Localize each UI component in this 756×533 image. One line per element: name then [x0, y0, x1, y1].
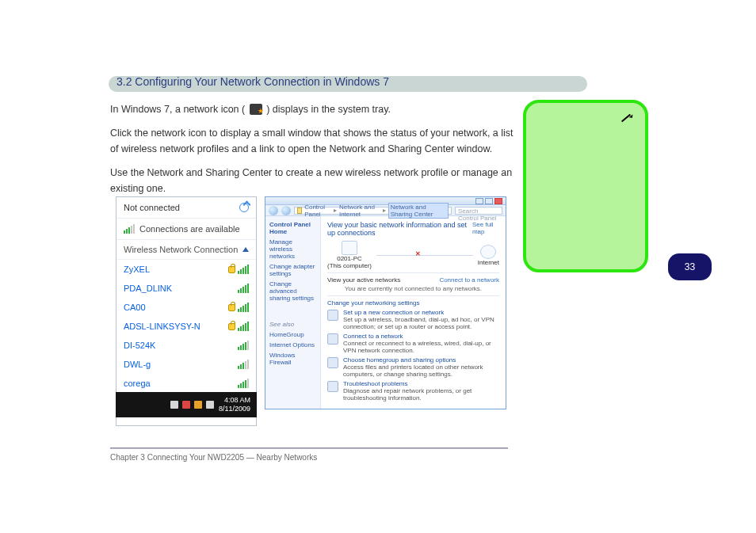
close-button[interactable]: [494, 198, 502, 204]
crumb-2[interactable]: Network and Internet: [339, 204, 380, 218]
chevron-up-icon[interactable]: [242, 247, 249, 252]
signal-group: [228, 265, 249, 274]
signal-bars-icon: [238, 322, 249, 331]
available-label: Connections are available: [139, 224, 240, 234]
signal-group: [228, 303, 249, 312]
network-row[interactable]: DWL-g: [116, 355, 256, 374]
signal-icon: [124, 224, 135, 234]
sidebar-link-1[interactable]: Change adapter settings: [269, 263, 316, 277]
see-full-map-link[interactable]: See full map: [472, 221, 499, 235]
network-name: PDA_DLINK: [124, 284, 172, 293]
settings-item-title: Choose homegroup and sharing options: [343, 356, 499, 364]
signal-bars-icon: [238, 265, 249, 274]
nav-back-button[interactable]: [269, 206, 278, 215]
signal-group: [228, 322, 249, 331]
network-icon: [250, 104, 262, 115]
system-tray: 4:08 AM 8/11/2009: [116, 392, 257, 417]
intro-text: In Windows 7, a network icon ( ) display…: [110, 101, 516, 204]
sidebar-link-2[interactable]: Change advanced sharing settings: [269, 280, 316, 302]
internet-label: Internet: [478, 259, 499, 266]
network-name: DI-524K: [124, 341, 155, 350]
tray-flag-icon[interactable]: [170, 401, 178, 409]
note-callout: [523, 100, 648, 272]
main-pane: View your basic network information and …: [321, 216, 506, 409]
internet-icon: [480, 245, 496, 259]
settings-item-icon: [327, 310, 338, 321]
pc-icon: [342, 241, 357, 255]
network-map: 0201-PC(This computer) ✕ Internet: [327, 241, 499, 269]
intro-p2: Click the network icon to display a smal…: [110, 125, 516, 157]
network-name: DWL-g: [124, 360, 151, 369]
network-row[interactable]: DI-524K: [116, 336, 256, 355]
settings-item-sub: Set up a wireless, broadband, dial-up, a…: [343, 316, 499, 330]
settings-item-icon: [327, 357, 338, 368]
network-list: ZyXELPDA_DLINKCA00ADSL-LINKSYSY-NDI-524K…: [116, 260, 256, 393]
intro-p1b: ) displays in the system tray.: [264, 104, 391, 115]
network-row[interactable]: CA00: [116, 298, 256, 317]
nav-forward-button[interactable]: [281, 206, 291, 215]
settings-item-icon: [327, 333, 338, 345]
window-titlebar: [265, 197, 506, 205]
x-icon: ✕: [415, 250, 421, 257]
network-row[interactable]: PDA_DLINK: [116, 279, 256, 298]
active-networks-title: View your active networks: [327, 276, 400, 284]
connect-link[interactable]: Connect to a network: [439, 276, 499, 284]
settings-item-title: Set up a new connection or network: [343, 309, 499, 316]
intro-p1a: In Windows 7, a network icon (: [110, 104, 248, 115]
signal-group: [238, 341, 249, 350]
refresh-icon[interactable]: [239, 203, 249, 212]
network-name: corega: [124, 379, 151, 388]
settings-item[interactable]: Connect to a networkConnect or reconnect…: [327, 333, 499, 354]
sidebar-more-2[interactable]: Windows Firewall: [269, 352, 316, 366]
see-also: See also: [269, 321, 316, 328]
sidebar-home[interactable]: Control Panel Home: [269, 221, 316, 235]
search-input[interactable]: Search Control Panel: [455, 207, 502, 215]
network-row[interactable]: ZyXEL: [116, 260, 256, 279]
status-not-connected: Not connected: [124, 203, 180, 212]
tray-network-icon[interactable]: [194, 401, 202, 409]
network-row[interactable]: corega: [116, 374, 256, 393]
pen-icon: [620, 109, 637, 127]
signal-group: [238, 284, 249, 293]
settings-item-title: Troubleshoot problems: [343, 380, 499, 387]
sidebar-more-0[interactable]: HomeGroup: [269, 331, 316, 338]
active-state: You are currently not connected to any n…: [327, 285, 499, 292]
settings-item[interactable]: Choose homegroup and sharing optionsAcce…: [327, 356, 499, 378]
lock-icon: [228, 266, 235, 273]
signal-group: [238, 360, 249, 369]
crumb-1[interactable]: Control Panel: [304, 204, 331, 218]
network-row[interactable]: ADSL-LINKSYSY-N: [116, 317, 256, 336]
change-settings-title: Change your networking settings: [327, 299, 499, 306]
address-bar: Control Panel▸ Network and Internet▸ Net…: [265, 205, 506, 216]
minimize-button[interactable]: [475, 198, 483, 204]
signal-bars-icon: [238, 379, 249, 388]
connections-available: Connections are available: [116, 219, 256, 240]
signal-bars-icon: [238, 341, 249, 350]
pc-id: 0201-PC: [327, 255, 372, 262]
settings-item[interactable]: Set up a new connection or networkSet up…: [327, 309, 499, 330]
breadcrumb[interactable]: Control Panel▸ Network and Internet▸ Net…: [294, 207, 452, 215]
nsc-title: View your basic network information and …: [327, 221, 472, 237]
network-name: ZyXEL: [124, 265, 150, 274]
tray-security-icon[interactable]: [182, 401, 190, 409]
settings-item-sub: Connect or reconnect to a wireless, wire…: [343, 340, 499, 354]
lock-icon: [228, 323, 235, 330]
signal-bars-icon: [238, 303, 249, 312]
footer-rule: [110, 447, 508, 449]
intro-p3: Use the Network and Sharing Center to cr…: [110, 165, 516, 196]
network-name: ADSL-LINKSYSY-N: [124, 322, 200, 331]
tray-time: 4:08 AM: [219, 396, 250, 405]
maximize-button[interactable]: [485, 198, 493, 204]
section-title: 3.2 Configuring Your Network Connection …: [116, 75, 568, 88]
signal-group: [238, 379, 249, 388]
tray-volume-icon[interactable]: [206, 401, 214, 409]
sidebar-link-0[interactable]: Manage wireless networks: [269, 238, 316, 260]
tray-date: 8/11/2009: [219, 405, 250, 413]
wireless-header: Wireless Network Connection: [124, 245, 238, 254]
sidebar-more-1[interactable]: Internet Options: [269, 341, 316, 348]
settings-item[interactable]: Troubleshoot problemsDiagnose and repair…: [327, 380, 499, 402]
footer-text: Chapter 3 Connecting Your NWD2205 — Near…: [110, 453, 624, 462]
settings-item-title: Connect to a network: [343, 333, 499, 340]
signal-bars-icon: [238, 284, 249, 293]
folder-icon: [297, 207, 302, 214]
